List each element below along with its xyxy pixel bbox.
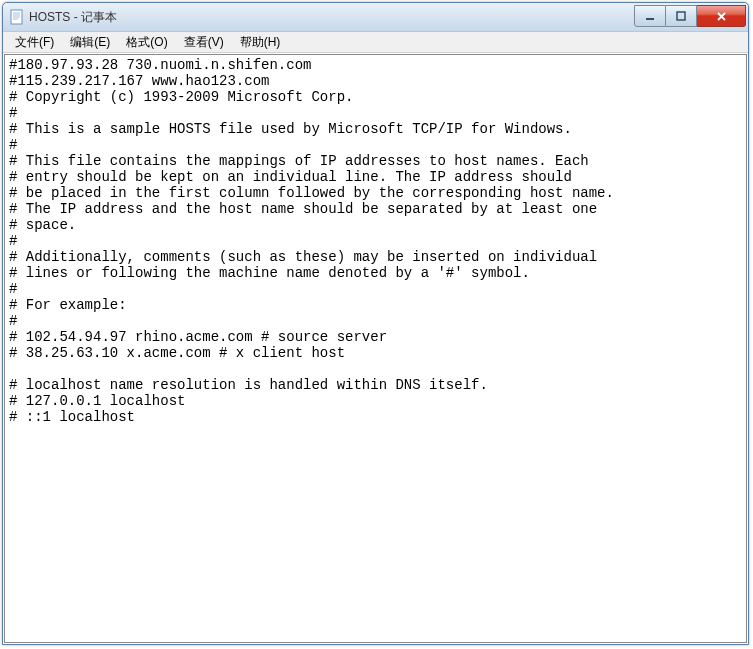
text-content[interactable]: #180.97.93.28 730.nuomi.n.shifen.com #11… [5, 55, 746, 427]
menu-edit[interactable]: 编辑(E) [62, 32, 118, 53]
menubar: 文件(F) 编辑(E) 格式(O) 查看(V) 帮助(H) [3, 32, 748, 53]
maximize-button[interactable] [666, 5, 697, 27]
close-button[interactable] [697, 5, 746, 27]
window-title: HOSTS - 记事本 [29, 9, 634, 26]
notepad-icon [9, 9, 25, 25]
svg-rect-6 [677, 12, 685, 20]
menu-view[interactable]: 查看(V) [176, 32, 232, 53]
menu-file[interactable]: 文件(F) [7, 32, 62, 53]
menu-help[interactable]: 帮助(H) [232, 32, 289, 53]
editor-area[interactable]: #180.97.93.28 730.nuomi.n.shifen.com #11… [4, 54, 747, 643]
menu-format[interactable]: 格式(O) [118, 32, 175, 53]
svg-rect-5 [646, 18, 654, 20]
minimize-button[interactable] [634, 5, 666, 27]
titlebar[interactable]: HOSTS - 记事本 [3, 3, 748, 32]
window-frame: HOSTS - 记事本 文件(F) 编辑(E) 格式(O) 查看(V) 帮助(H… [2, 2, 749, 645]
window-control-buttons [634, 5, 746, 25]
